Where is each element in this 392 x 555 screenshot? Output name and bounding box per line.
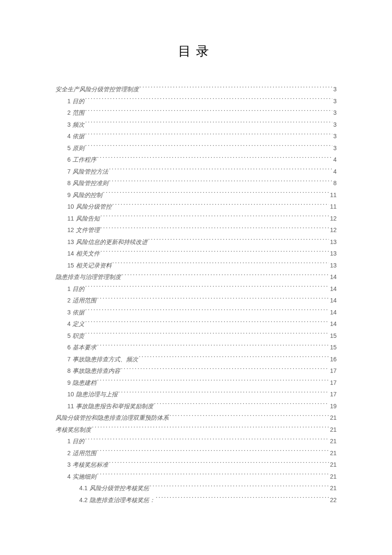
toc-entry-number: 4 (67, 473, 71, 480)
toc-entry[interactable]: 5职责15 (55, 330, 337, 342)
toc-entry-number: 8 (67, 367, 71, 374)
toc-entry[interactable]: 13风险信息的更新和持续改进13 (55, 236, 337, 248)
toc-entry-label: 6工作程序 (67, 154, 96, 166)
toc-entry-text: 事故隐患排查内容 (72, 368, 120, 374)
toc-entry-number: 9 (67, 379, 71, 386)
toc-entry-page: 14 (330, 295, 337, 306)
toc-entry-text: 目的 (72, 286, 84, 292)
toc-entry-text: 适用范围 (72, 450, 96, 456)
toc-entry[interactable]: 6基本要求15 (55, 342, 337, 354)
toc-entry-text: 隐患排查与治理管理制度 (55, 274, 121, 280)
toc-entry-text: 风险分级管控 (76, 203, 112, 210)
toc-entry[interactable]: 5原则3 (55, 142, 337, 154)
toc-entry-number: 9 (67, 192, 71, 198)
toc-entry[interactable]: 2范围3 (55, 107, 337, 119)
toc-entry[interactable]: 9风险的控制11 (55, 189, 337, 201)
toc-entry-text: 风险分级管控和隐患排查治理双重预防体系 (55, 415, 169, 421)
toc-entry-page: 8 (333, 177, 337, 189)
toc-entry-number: 5 (67, 332, 71, 339)
toc-entry[interactable]: 8事故隐患排查内容17 (55, 365, 337, 377)
toc-entry-page: 15 (330, 342, 337, 353)
toc-entry-page: 21 (330, 436, 337, 447)
toc-entry-label: 3考核奖惩标准 (67, 459, 108, 471)
toc-entry-number: 12 (67, 227, 74, 233)
toc-entry[interactable]: 15相关记录资料13 (55, 260, 337, 272)
toc-dot-leader (101, 226, 329, 232)
toc-entry-page: 17 (330, 389, 337, 400)
toc-entry[interactable]: 1目的3 (55, 96, 337, 108)
toc-entry-number: 3 (67, 121, 71, 128)
toc-entry[interactable]: 4定义14 (55, 318, 337, 330)
toc-entry-text: 工作程序 (72, 157, 96, 163)
toc-entry-label: 9风险的控制 (67, 189, 102, 201)
toc-entry-text: 适用范围 (72, 297, 96, 304)
toc-dot-leader (97, 449, 329, 455)
toc-entry-page: 22 (330, 494, 337, 506)
toc-entry-text: 隐患排查治理考核奖惩： (89, 497, 155, 503)
toc-entry-page: 4 (333, 166, 337, 177)
toc-entry[interactable]: 3考核奖惩标准21 (55, 459, 337, 471)
toc-entry-page: 3 (333, 84, 337, 95)
toc-entry-label: 5原则 (67, 142, 84, 154)
toc-entry-label: 3依据 (67, 307, 84, 319)
toc-entry-page: 15 (330, 330, 337, 342)
toc-entry[interactable]: 12文件管理12 (55, 224, 337, 236)
toc-entry[interactable]: 4.1风险分级管控考核奖惩21 (55, 482, 337, 494)
toc-entry-page: 12 (330, 213, 337, 224)
toc-dot-leader (170, 414, 329, 420)
toc-entry[interactable]: 7事故隐患排查方式、频次16 (55, 354, 337, 366)
toc-entry-text: 风险管控方法 (72, 169, 108, 175)
toc-entry-label: 2范围 (67, 107, 84, 119)
toc-entry-label: 8事故隐患排查内容 (67, 365, 120, 377)
toc-entry-text: 事故隐患排查方式、频次 (72, 356, 138, 363)
toc-dot-leader (85, 121, 332, 127)
toc-entry[interactable]: 2适用范围21 (55, 447, 337, 459)
toc-entry[interactable]: 3依据14 (55, 307, 337, 319)
toc-entry-text: 考核奖惩制度 (55, 427, 91, 433)
toc-entry[interactable]: 11事故隐患报告和举报奖励制度19 (55, 401, 337, 413)
toc-dot-leader (85, 97, 332, 103)
toc-entry[interactable]: 4.2隐患排查治理考核奖惩：22 (55, 494, 337, 506)
toc-entry-label: 3频次 (67, 119, 84, 131)
toc-entry-number: 13 (67, 238, 74, 245)
toc-entry[interactable]: 7风险管控方法4 (55, 166, 337, 178)
toc-entry[interactable]: 14相关文件13 (55, 248, 337, 260)
toc-entry-page: 11 (330, 189, 337, 201)
toc-dot-leader (140, 85, 332, 91)
toc-entry-label: 14相关文件 (67, 248, 100, 260)
toc-entry-text: 目的 (72, 98, 84, 105)
toc-entry[interactable]: 安全生产风险分级管控管理制度3 (55, 84, 337, 96)
toc-dot-leader (112, 203, 329, 209)
toc-entry[interactable]: 11风险告知12 (55, 213, 337, 225)
toc-entry-label: 2适用范围 (67, 447, 96, 459)
toc-entry[interactable]: 3频次3 (55, 119, 337, 131)
toc-entry-text: 安全生产风险分级管控管理制度 (55, 86, 139, 93)
toc-entry-label: 隐患排查与治理管理制度 (55, 272, 121, 283)
toc-entry-label: 1目的 (67, 283, 84, 295)
toc-entry[interactable]: 10风险分级管控11 (55, 201, 337, 213)
toc-entry-text: 定义 (72, 321, 84, 327)
toc-dot-leader (85, 320, 329, 326)
toc-entry[interactable]: 10隐患治理与上报17 (55, 389, 337, 401)
toc-dot-leader (109, 168, 332, 174)
toc-entry-text: 风险信息的更新和持续改进 (76, 239, 147, 245)
toc-entry[interactable]: 隐患排查与治理管理制度14 (55, 271, 337, 283)
toc-entry[interactable]: 9隐患建档17 (55, 377, 337, 389)
toc-entry[interactable]: 6工作程序4 (55, 154, 337, 166)
toc-dot-leader (118, 390, 329, 396)
toc-entry-number: 3 (67, 461, 71, 468)
toc-entry[interactable]: 1目的14 (55, 283, 337, 295)
toc-entry[interactable]: 风险分级管控和隐患排查治理双重预防体系21 (55, 412, 337, 424)
toc-entry[interactable]: 1目的21 (55, 436, 337, 447)
toc-entry[interactable]: 考核奖惩制度21 (55, 424, 337, 436)
toc-entry[interactable]: 4依据3 (55, 131, 337, 142)
toc-entry-page: 14 (330, 307, 337, 318)
toc-entry-text: 目的 (72, 438, 84, 445)
toc-entry-label: 13风险信息的更新和持续改进 (67, 236, 147, 248)
toc-entry-label: 考核奖惩制度 (55, 424, 91, 436)
toc-entry-number: 2 (67, 450, 71, 456)
toc-dot-leader (112, 262, 329, 267)
toc-entry[interactable]: 4实施细则21 (55, 471, 337, 483)
toc-entry[interactable]: 8风险管控准则8 (55, 177, 337, 189)
toc-entry[interactable]: 2适用范围14 (55, 295, 337, 307)
